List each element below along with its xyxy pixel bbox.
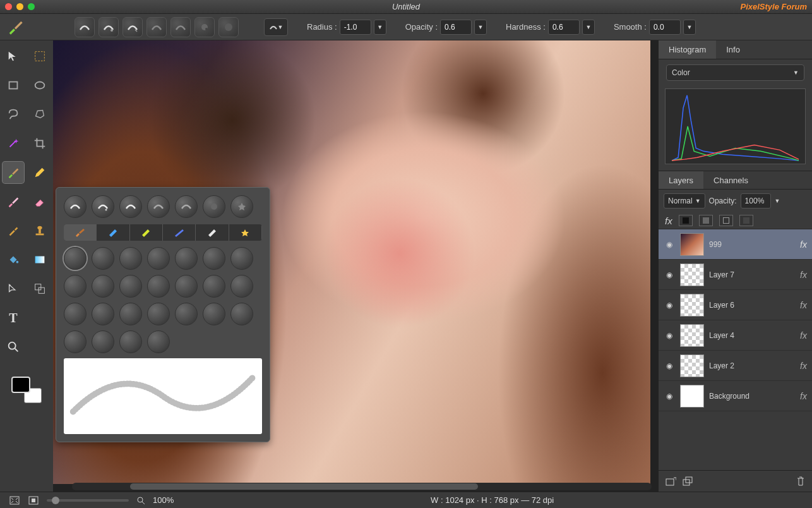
forum-link[interactable]: PixelStyle Forum <box>741 2 807 11</box>
close-window-icon[interactable] <box>5 3 12 10</box>
polygon-lasso-tool[interactable] <box>29 104 51 125</box>
tab-info[interactable]: Info <box>716 40 750 59</box>
preset-15[interactable] <box>64 303 87 325</box>
preset-25[interactable] <box>147 330 170 353</box>
tab-layers[interactable]: Layers <box>659 171 703 189</box>
brush-tab-1[interactable] <box>64 224 97 241</box>
brush-preset-7[interactable] <box>218 17 239 37</box>
visibility-eye-icon[interactable]: ◉ <box>664 392 675 401</box>
mask-button-1[interactable] <box>679 215 693 226</box>
stamp-tool[interactable] <box>29 220 51 241</box>
canvas-area[interactable] <box>53 40 658 492</box>
preset-24[interactable] <box>119 330 142 353</box>
radius-dropdown[interactable]: ▼ <box>374 20 386 35</box>
zoom-tool[interactable] <box>3 336 24 358</box>
brush-preset-5[interactable] <box>170 17 191 37</box>
visibility-eye-icon[interactable]: ◉ <box>664 331 675 340</box>
histogram-mode-select[interactable]: Color ▼ <box>666 64 804 81</box>
opacity-dropdown[interactable]: ▼ <box>474 20 487 35</box>
brush-preset-2[interactable] <box>99 17 119 37</box>
preset-21[interactable] <box>230 303 253 325</box>
ellipse-shape-tool[interactable] <box>29 75 51 96</box>
tab-histogram[interactable]: Histogram <box>659 40 716 59</box>
blend-mode-select[interactable]: Normal▼ <box>664 193 705 209</box>
shapes-tool[interactable] <box>29 278 51 299</box>
layer-thumbnail[interactable] <box>680 233 704 256</box>
layer-row[interactable]: ◉ Layer 4 fx <box>659 320 812 351</box>
text-tool[interactable]: T <box>3 307 24 329</box>
brush-tab-5[interactable] <box>196 224 229 241</box>
brush-type-4[interactable] <box>147 195 170 218</box>
preset-8[interactable] <box>64 275 87 298</box>
new-layer-icon[interactable] <box>665 476 676 487</box>
smudge-tool[interactable] <box>3 191 24 212</box>
brush-tab-3[interactable] <box>130 224 163 241</box>
brush-tab-2[interactable] <box>97 224 129 241</box>
mask-button-2[interactable] <box>699 215 713 226</box>
brush-type-6[interactable] <box>203 195 225 218</box>
preset-11[interactable] <box>147 275 170 298</box>
wand-tool[interactable] <box>3 133 24 154</box>
layer-row[interactable]: ◉ Layer 6 fx <box>659 290 812 320</box>
radius-value[interactable]: -1.0 <box>340 20 371 35</box>
preset-18[interactable] <box>147 303 170 325</box>
brush-tab-4[interactable] <box>163 224 196 241</box>
preset-4[interactable] <box>147 247 170 270</box>
bucket-tool[interactable] <box>3 249 24 270</box>
layer-opacity-value[interactable]: 100% <box>741 193 771 209</box>
brush-type-7[interactable] <box>230 195 253 218</box>
rect-shape-tool[interactable] <box>3 75 24 96</box>
zoom-reset-icon[interactable] <box>136 496 145 505</box>
preset-1[interactable] <box>64 247 87 270</box>
visibility-eye-icon[interactable]: ◉ <box>664 240 675 249</box>
pencil-tool[interactable] <box>29 162 51 183</box>
maximize-window-icon[interactable] <box>28 3 35 10</box>
crop-tool[interactable] <box>29 133 51 154</box>
layer-thumbnail[interactable] <box>680 294 704 317</box>
preset-12[interactable] <box>175 275 198 298</box>
layer-thumbnail[interactable] <box>680 385 704 408</box>
minimize-window-icon[interactable] <box>16 3 23 10</box>
mask-button-4[interactable] <box>739 215 753 226</box>
fit-screen-icon[interactable] <box>9 495 20 505</box>
layer-row[interactable]: ◉ Layer 7 fx <box>659 260 812 290</box>
layer-fx-indicator[interactable]: fx <box>800 239 807 250</box>
hardness-value[interactable]: 0.6 <box>548 20 580 35</box>
preset-9[interactable] <box>92 275 114 298</box>
visibility-eye-icon[interactable]: ◉ <box>664 301 675 310</box>
brush-tab-6[interactable] <box>229 224 262 241</box>
layer-thumbnail[interactable] <box>680 324 704 347</box>
brush-preset-4[interactable] <box>146 17 167 37</box>
smooth-dropdown[interactable]: ▼ <box>683 20 696 35</box>
layer-fx-indicator[interactable]: fx <box>800 300 807 310</box>
eraser-tool[interactable] <box>29 191 51 212</box>
preset-6[interactable] <box>203 247 225 270</box>
lasso-tool[interactable] <box>3 104 24 125</box>
preset-3[interactable] <box>119 247 142 270</box>
preset-19[interactable] <box>175 303 198 325</box>
layer-fx-indicator[interactable]: fx <box>800 391 807 401</box>
preset-16[interactable] <box>92 303 114 325</box>
layer-thumbnail[interactable] <box>680 263 704 286</box>
preset-13[interactable] <box>203 275 225 298</box>
brush-type-3[interactable] <box>119 195 142 218</box>
foreground-color-swatch[interactable] <box>11 377 30 393</box>
layer-row[interactable]: ◉ Layer 2 fx <box>659 351 812 381</box>
gradient-tool[interactable] <box>29 249 51 270</box>
layer-row[interactable]: ◉ Background fx <box>659 381 812 411</box>
layer-fx-indicator[interactable]: fx <box>800 270 807 280</box>
opacity-value[interactable]: 0.6 <box>440 20 472 35</box>
brush-preset-1[interactable] <box>75 17 95 37</box>
layer-row[interactable]: ◉ 999 fx <box>659 229 812 260</box>
preset-14[interactable] <box>230 275 253 298</box>
brush-preset-dropdown[interactable]: ▼ <box>264 18 288 36</box>
visibility-eye-icon[interactable]: ◉ <box>664 270 675 279</box>
move-tool[interactable] <box>3 45 24 67</box>
brush-preset-3[interactable] <box>122 17 143 37</box>
preset-10[interactable] <box>119 275 142 298</box>
actual-size-icon[interactable] <box>28 495 39 505</box>
layer-fx-indicator[interactable]: fx <box>800 330 807 341</box>
fx-button[interactable]: fx <box>665 215 672 226</box>
preset-23[interactable] <box>92 330 114 353</box>
preset-22[interactable] <box>64 330 87 353</box>
